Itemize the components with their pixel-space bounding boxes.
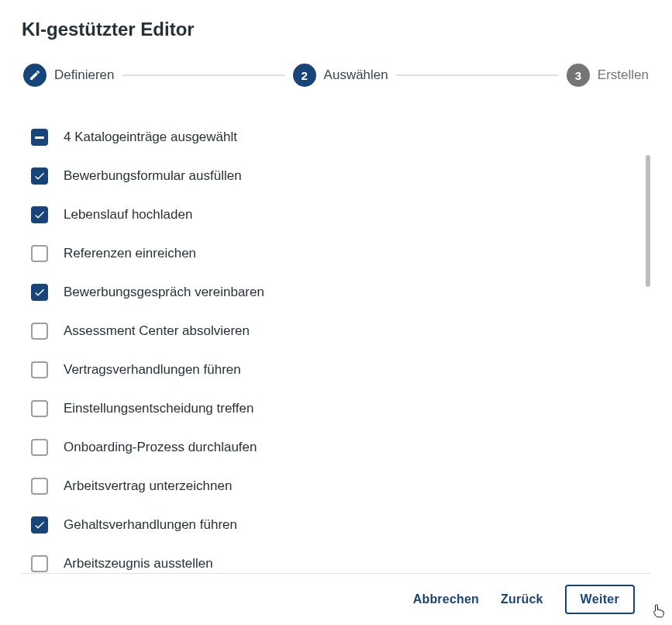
list-item[interactable]: Gehaltsverhandlungen führen — [31, 506, 643, 544]
list-item[interactable]: Vertragsverhandlungen führen — [31, 350, 643, 389]
item-checkbox[interactable] — [31, 400, 48, 417]
step-connector — [396, 74, 559, 76]
pencil-icon — [23, 64, 47, 87]
item-label: Onboarding-Prozess durchlaufen — [64, 440, 257, 455]
list-item[interactable]: Arbeitszeugnis ausstellen — [31, 544, 643, 573]
list-item[interactable]: Assessment Center absolvieren — [31, 312, 643, 350]
item-label: Arbeitszeugnis ausstellen — [64, 556, 213, 571]
item-label: Gehaltsverhandlungen führen — [64, 517, 237, 533]
stepper: Definieren 2 Auswählen 3 Erstellen — [22, 64, 650, 87]
check-icon — [33, 209, 46, 221]
item-label: Bewerbungsgespräch vereinbaren — [64, 285, 264, 300]
cancel-button[interactable]: Abbrechen — [413, 592, 479, 606]
list-item[interactable]: Arbeitsvertrag unterzeichnen — [31, 467, 643, 506]
item-label: Vertragsverhandlungen führen — [64, 362, 241, 378]
minus-icon — [35, 136, 44, 139]
step-1-label: Definieren — [54, 67, 115, 83]
list-item[interactable]: Lebenslauf hochladen — [31, 195, 643, 234]
select-all-checkbox[interactable] — [31, 129, 48, 146]
check-icon — [33, 170, 46, 182]
item-checkbox[interactable] — [31, 555, 48, 572]
scrollbar[interactable] — [646, 155, 650, 287]
item-checkbox[interactable] — [31, 478, 48, 495]
list-item[interactable]: Onboarding-Prozess durchlaufen — [31, 428, 643, 467]
step-3-label: Erstellen — [598, 67, 649, 83]
item-label: Bewerbungsformular ausfüllen — [64, 168, 242, 184]
step-2-number: 2 — [293, 64, 316, 87]
catalog-list: 4 Katalogeinträge ausgewählt Bewerbungsf… — [22, 118, 650, 573]
dialog-footer: Abbrechen Zurück Weiter — [22, 573, 650, 625]
list-item[interactable]: Bewerbungsformular ausfüllen — [31, 157, 643, 195]
page-title: KI-gestützter Editor — [22, 19, 650, 40]
item-checkbox[interactable] — [31, 284, 48, 301]
next-button-label: Weiter — [581, 592, 619, 606]
item-checkbox[interactable] — [31, 206, 48, 223]
item-checkbox[interactable] — [31, 167, 48, 185]
item-label: Assessment Center absolvieren — [64, 323, 250, 339]
selection-summary: 4 Katalogeinträge ausgewählt — [64, 129, 237, 145]
item-label: Einstellungsentscheidung treffen — [64, 401, 253, 416]
item-checkbox[interactable] — [31, 516, 48, 533]
check-icon — [33, 286, 46, 299]
step-2[interactable]: 2 Auswählen — [293, 64, 388, 87]
list-item[interactable]: Referenzen einreichen — [31, 234, 643, 273]
select-all-row[interactable]: 4 Katalogeinträge ausgewählt — [31, 118, 643, 157]
back-button[interactable]: Zurück — [501, 592, 543, 606]
item-checkbox[interactable] — [31, 245, 48, 262]
next-button[interactable]: Weiter — [565, 585, 635, 614]
step-connector — [122, 74, 285, 76]
item-label: Lebenslauf hochladen — [64, 207, 192, 223]
list-item[interactable]: Bewerbungsgespräch vereinbaren — [31, 273, 643, 312]
item-label: Arbeitsvertrag unterzeichnen — [64, 478, 232, 494]
step-2-label: Auswählen — [324, 67, 388, 83]
list-item[interactable]: Einstellungsentscheidung treffen — [31, 389, 643, 428]
item-checkbox[interactable] — [31, 439, 48, 456]
step-3-number: 3 — [567, 64, 590, 87]
item-label: Referenzen einreichen — [64, 246, 196, 261]
step-1[interactable]: Definieren — [23, 64, 115, 87]
item-checkbox[interactable] — [31, 323, 48, 340]
step-3: 3 Erstellen — [567, 64, 649, 87]
item-checkbox[interactable] — [31, 361, 48, 378]
check-icon — [33, 519, 46, 531]
